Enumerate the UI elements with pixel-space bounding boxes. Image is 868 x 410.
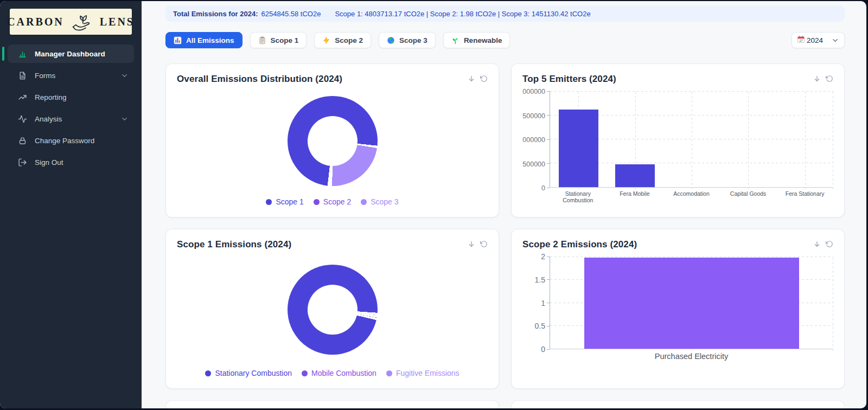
filter-renewable-button[interactable]: Renewable bbox=[443, 32, 510, 48]
filter-all-emissions-button[interactable]: All Emissions bbox=[165, 32, 242, 48]
card-scope2-emissions: Scope 2 Emissions (2024) 00.511.52Purcha… bbox=[511, 229, 845, 389]
legend-label: Scope 2 bbox=[323, 197, 351, 206]
year-select[interactable]: 17 2024 bbox=[792, 32, 845, 48]
clipboard-icon bbox=[258, 36, 266, 44]
y-tick-label: 0.5 bbox=[535, 322, 545, 330]
cards-grid: Overall Emissions Distribution (2024) Sc… bbox=[165, 63, 845, 408]
download-icon[interactable] bbox=[467, 240, 476, 249]
y-tick-label: 000000 bbox=[522, 88, 545, 95]
sidebar-item-label: Sign Out bbox=[35, 158, 63, 166]
card-title: Scope 2 Emissions (2024) bbox=[522, 239, 637, 250]
sidebar-item-analysis[interactable]: Analysis bbox=[8, 110, 134, 128]
legend-label: Stationary Combustion bbox=[215, 369, 292, 377]
refresh-icon[interactable] bbox=[480, 75, 488, 84]
legend-item-fugitive-emissions[interactable]: Fugitive Emissions bbox=[386, 369, 459, 377]
banner-breakdown: Scope 1: 4803713.17 tCO2e | Scope 2: 1.9… bbox=[335, 10, 590, 18]
year-select-value: 2024 bbox=[807, 36, 823, 44]
chevron-down-icon bbox=[120, 115, 129, 123]
x-tick-label: Fera Mobile bbox=[607, 188, 663, 203]
chevron-down-icon bbox=[831, 36, 839, 44]
legend-item-mobile-combustion[interactable]: Mobile Combustion bbox=[302, 369, 376, 377]
filter-label: Scope 2 bbox=[335, 36, 363, 44]
legend-label: Mobile Combustion bbox=[311, 369, 376, 377]
sidebar-nav: Manager DashboardFormsReportingAnalysisC… bbox=[0, 44, 142, 171]
card-top5-emitters: Top 5 Emitters (2024) 050000000000050000… bbox=[511, 63, 845, 217]
calendar-icon: 17 bbox=[797, 35, 805, 45]
download-icon[interactable] bbox=[813, 75, 821, 84]
banner-label: Total Emissions for 2024: bbox=[173, 10, 258, 18]
filter-scope-1-button[interactable]: Scope 1 bbox=[250, 32, 307, 48]
y-tick-label: 500000 bbox=[522, 112, 545, 120]
legend-dot bbox=[386, 370, 392, 376]
download-icon[interactable] bbox=[813, 240, 821, 249]
bar-chart-icon bbox=[17, 49, 27, 59]
sidebar-item-label: Change Password bbox=[35, 137, 94, 145]
x-tick-label: Fera Stationary bbox=[776, 188, 833, 203]
scope1-donut bbox=[288, 265, 378, 355]
card-scope1-emissions: Scope 1 Emissions (2024) Stationary Comb… bbox=[165, 229, 499, 389]
app-logo: CARBON LENS bbox=[10, 9, 132, 35]
filter-label: Renewable bbox=[464, 36, 502, 44]
overall-distribution-donut bbox=[288, 96, 378, 186]
legend-item-scope-2[interactable]: Scope 2 bbox=[314, 197, 351, 206]
logo-text-left: CARBON bbox=[7, 16, 64, 28]
legend-label: Scope 1 bbox=[276, 197, 303, 206]
legend-dot bbox=[361, 199, 367, 205]
card-title: Scope 1 Emissions (2024) bbox=[177, 239, 291, 250]
overall-distribution-legend: Scope 1Scope 2Scope 3 bbox=[177, 197, 488, 207]
filter-scope-3-button[interactable]: Scope 3 bbox=[379, 32, 436, 48]
download-icon[interactable] bbox=[467, 75, 476, 84]
chart-colored-icon bbox=[174, 36, 182, 44]
top5-emitters-chart: 0500000000000500000000000Stationary Comb… bbox=[522, 91, 833, 203]
y-tick-label: 500000 bbox=[522, 161, 545, 168]
y-tick-label: 1 bbox=[541, 299, 545, 308]
filter-label: Scope 1 bbox=[271, 36, 299, 44]
x-tick-label: Stationary Combustion bbox=[550, 188, 607, 203]
activity-icon bbox=[17, 114, 27, 124]
logo-text-right: LENS bbox=[100, 16, 135, 28]
globe-icon bbox=[387, 36, 395, 44]
y-tick-label: 0 bbox=[541, 184, 545, 192]
refresh-icon[interactable] bbox=[826, 240, 833, 249]
filter-scope-2-button[interactable]: Scope 2 bbox=[314, 32, 371, 48]
x-tick-label: Purchased Electricity bbox=[550, 349, 833, 361]
sidebar-item-label: Manager Dashboard bbox=[35, 50, 105, 58]
sidebar-item-manager-dashboard[interactable]: Manager Dashboard bbox=[8, 44, 134, 63]
window-frame: CARBON LENS Manager DashboardFormsReport… bbox=[0, 0, 868, 410]
legend-dot bbox=[266, 199, 272, 205]
seedling-icon bbox=[451, 36, 459, 44]
legend-dot bbox=[314, 199, 320, 205]
partial-card bbox=[165, 400, 499, 408]
sidebar-item-forms[interactable]: Forms bbox=[8, 66, 134, 85]
sidebar-item-label: Reporting bbox=[35, 93, 67, 101]
card-overall-distribution: Overall Emissions Distribution (2024) Sc… bbox=[165, 63, 499, 217]
hand-sprout-icon bbox=[68, 10, 95, 34]
legend-dot bbox=[302, 370, 308, 376]
y-tick-label: 2 bbox=[541, 252, 545, 261]
bar-stationary-combustion bbox=[559, 110, 598, 187]
bar-purchased-electricity bbox=[584, 258, 800, 349]
scope1-legend: Stationary CombustionMobile CombustionFu… bbox=[177, 369, 488, 379]
filter-label: All Emissions bbox=[186, 36, 234, 44]
sidebar-item-label: Analysis bbox=[35, 115, 62, 123]
filter-label: Scope 3 bbox=[399, 36, 427, 44]
sidebar-item-sign-out[interactable]: Sign Out bbox=[8, 153, 134, 171]
legend-item-scope-1[interactable]: Scope 1 bbox=[266, 197, 303, 206]
bar-fera-mobile bbox=[615, 164, 655, 187]
legend-label: Fugitive Emissions bbox=[396, 369, 459, 377]
refresh-icon[interactable] bbox=[480, 240, 488, 249]
y-tick-label: 1.5 bbox=[535, 276, 545, 284]
legend-item-scope-3[interactable]: Scope 3 bbox=[361, 197, 398, 206]
y-tick-label: 000000 bbox=[522, 136, 545, 144]
sidebar-item-label: Forms bbox=[35, 72, 55, 80]
sidebar-item-reporting[interactable]: Reporting bbox=[8, 88, 134, 106]
total-emissions-banner: Total Emissions for 2024: 6254845.58 tCO… bbox=[165, 5, 845, 22]
x-tick-label: Accomodation bbox=[663, 188, 720, 203]
legend-item-stationary-combustion[interactable]: Stationary Combustion bbox=[205, 369, 292, 377]
filter-buttons: All EmissionsScope 1Scope 2Scope 3Renewa… bbox=[165, 32, 510, 48]
refresh-icon[interactable] bbox=[826, 75, 833, 84]
app-screen: CARBON LENS Manager DashboardFormsReport… bbox=[0, 1, 866, 408]
sidebar-item-change-password[interactable]: Change Password bbox=[8, 131, 134, 150]
card-title: Overall Emissions Distribution (2024) bbox=[177, 74, 342, 85]
zap-icon bbox=[322, 36, 330, 44]
